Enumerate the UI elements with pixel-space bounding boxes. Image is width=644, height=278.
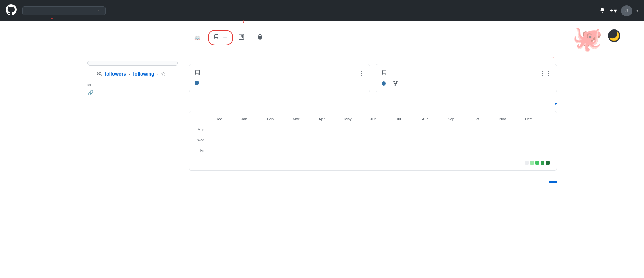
contribution-graph: Dec Jan Feb Mar Apr May Jun Jul Aug Sep … bbox=[189, 111, 557, 171]
tab-projects[interactable] bbox=[233, 30, 252, 45]
followers-link[interactable]: followers bbox=[105, 71, 126, 77]
sidebar: followers · following · ☆ ✉ 🔗 bbox=[87, 30, 178, 185]
search-input[interactable] bbox=[25, 8, 95, 14]
follow-stats: followers · following · ☆ bbox=[87, 71, 178, 78]
hero-character: 🐙 bbox=[572, 24, 602, 53]
card-menu-2[interactable]: ⋮⋮ bbox=[540, 70, 551, 77]
graph-legend bbox=[524, 161, 551, 165]
month-jan: Jan bbox=[241, 117, 267, 121]
pinned-card-tictactoe: ⋮⋮ bbox=[189, 64, 370, 92]
email-link: ✉ bbox=[87, 82, 178, 88]
customize-pins-row: → bbox=[548, 54, 557, 60]
month-sep: Sep bbox=[448, 117, 473, 121]
repo-icon-2 bbox=[382, 70, 387, 77]
mail-icon: ✉ bbox=[87, 82, 92, 88]
packages-icon bbox=[257, 34, 263, 41]
pinned-card-header-1: ⋮⋮ bbox=[195, 70, 364, 77]
plus-chevron: ▾ bbox=[614, 7, 617, 15]
tictactoe-lang bbox=[195, 81, 364, 85]
notifications-bell[interactable] bbox=[600, 7, 605, 15]
day-empty1 bbox=[195, 122, 204, 127]
graph-footer bbox=[195, 161, 551, 165]
card-menu-1[interactable]: ⋮⋮ bbox=[353, 70, 364, 77]
month-may: May bbox=[344, 117, 370, 121]
new-menu-button[interactable]: + ▾ bbox=[609, 7, 617, 15]
pinned-card-header-2: ⋮⋮ bbox=[382, 70, 551, 77]
tictactoe-link[interactable] bbox=[195, 70, 202, 77]
contribution-header: ▾ bbox=[189, 101, 557, 107]
month-nov: Nov bbox=[499, 117, 525, 121]
legend-2 bbox=[535, 161, 539, 165]
profile-name-row bbox=[87, 33, 178, 43]
customize-arrow: → bbox=[551, 54, 555, 60]
repo-icon-1 bbox=[195, 70, 200, 77]
plus-icon: + bbox=[609, 7, 613, 15]
day-empty4 bbox=[195, 154, 204, 158]
legend-1 bbox=[530, 161, 534, 165]
tab-packages[interactable] bbox=[252, 30, 270, 45]
activity-title-group bbox=[189, 179, 192, 185]
month-mar: Mar bbox=[293, 117, 318, 121]
edit-profile-button[interactable] bbox=[87, 61, 178, 66]
lang-dot-2 bbox=[382, 81, 386, 86]
search-arrow: ↑ bbox=[50, 15, 54, 23]
day-fri: Fri bbox=[195, 148, 204, 153]
projects-icon bbox=[239, 34, 244, 41]
year-badge[interactable] bbox=[549, 181, 557, 183]
profile-tabs: 📖 bbox=[189, 30, 557, 45]
sinaweibo-lang bbox=[382, 81, 551, 86]
tab-overview[interactable]: 📖 bbox=[189, 30, 208, 45]
repositories-icon bbox=[214, 34, 219, 41]
activity-header bbox=[189, 179, 557, 185]
month-dec2: Dec bbox=[525, 117, 551, 121]
navbar-actions: + ▾ J ▾ bbox=[600, 5, 638, 16]
contribution-title-group bbox=[189, 101, 192, 107]
month-apr: Apr bbox=[319, 117, 344, 121]
legend-0 bbox=[525, 161, 529, 165]
legend-4 bbox=[546, 161, 550, 165]
repositories-badge bbox=[223, 37, 227, 38]
graph-months: Dec Jan Feb Mar Apr May Jun Jul Aug Sep … bbox=[206, 117, 551, 121]
github-logo[interactable] bbox=[6, 4, 17, 17]
followers-count: followers bbox=[105, 71, 126, 77]
month-jul: Jul bbox=[396, 117, 422, 121]
following-link[interactable]: following bbox=[133, 71, 154, 77]
pinned-title-group bbox=[189, 54, 191, 60]
graph-day-labels: Mon Wed Fri bbox=[195, 122, 204, 158]
moon-icon: 🌙 bbox=[608, 29, 620, 42]
settings-chevron: ▾ bbox=[555, 101, 557, 106]
avatar-chevron[interactable]: ▾ bbox=[636, 8, 638, 13]
kbd-slash bbox=[98, 10, 102, 11]
user-avatar[interactable]: J bbox=[621, 5, 632, 16]
graph-body: Mon Wed Fri bbox=[195, 122, 551, 158]
content-area: ↓ 📖 bbox=[189, 30, 557, 185]
pinned-card-sinaweibo: ⋮⋮ bbox=[376, 64, 557, 92]
day-empty2 bbox=[195, 133, 204, 137]
month-dec1: Dec bbox=[216, 117, 241, 121]
navbar: + ▾ J ▾ ↑ bbox=[0, 0, 644, 21]
search-bar[interactable] bbox=[22, 6, 106, 15]
pinned-header: → bbox=[189, 54, 557, 60]
day-wed: Wed bbox=[195, 138, 204, 142]
tabs-container: ↓ 📖 bbox=[189, 30, 557, 45]
month-feb: Feb bbox=[267, 117, 293, 121]
tab-repositories[interactable] bbox=[208, 30, 233, 45]
overview-icon: 📖 bbox=[194, 35, 200, 40]
link-icon: 🔗 bbox=[87, 90, 93, 95]
profile-username-row bbox=[87, 45, 178, 51]
website-link: 🔗 bbox=[87, 90, 178, 95]
main-content: followers · following · ☆ ✉ 🔗 bbox=[79, 21, 565, 185]
day-mon: Mon bbox=[195, 128, 204, 132]
sinaweibo-link[interactable] bbox=[382, 70, 389, 77]
month-jun: Jun bbox=[370, 117, 396, 121]
repo-annotation: ↓ bbox=[243, 13, 245, 24]
month-aug: Aug bbox=[422, 117, 448, 121]
profile-links: ✉ 🔗 bbox=[87, 82, 178, 95]
contribution-settings[interactable]: ▾ bbox=[554, 101, 557, 106]
month-oct: Oct bbox=[474, 117, 499, 121]
legend-3 bbox=[541, 161, 544, 165]
star-icon: ☆ bbox=[161, 71, 166, 77]
lang-dot-1 bbox=[195, 81, 199, 85]
forks-count bbox=[393, 81, 400, 86]
pinned-grid: ⋮⋮ ⋮⋮ bbox=[189, 64, 557, 92]
